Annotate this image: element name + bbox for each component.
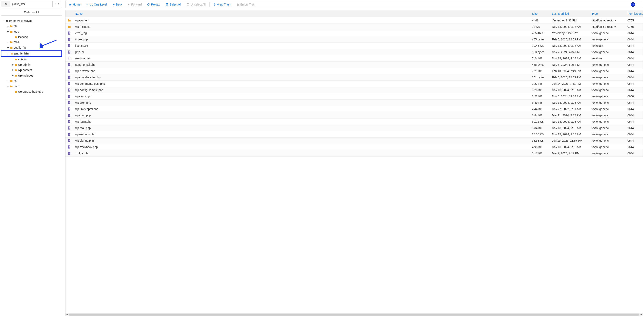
home-icon (69, 3, 72, 6)
tree-toggle-icon[interactable]: + (6, 40, 10, 45)
tree-toggle-icon[interactable]: + (11, 73, 14, 78)
svg-rect-40 (68, 116, 70, 116)
tree-item-wp-admin[interactable]: +wp-admin (1, 62, 62, 68)
cell-modified: Nov 8, 2024, 6:25 PM (550, 62, 590, 68)
table-row[interactable]: readme.html7.24 KBNov 13, 2024, 9:18 AMt… (66, 55, 643, 62)
table-row[interactable]: error_log495.46 KBYesterday, 11:42 PMtex… (66, 30, 643, 36)
table-row[interactable]: php.ini583 bytesNov 2, 2024, 4:34 PMtext… (66, 49, 643, 55)
toolbar-view-trash-button[interactable]: View Trash (211, 2, 233, 7)
toolbar-back-button[interactable]: Back (110, 2, 124, 7)
cell-permissions: 0755 (626, 18, 643, 23)
table-row[interactable]: wp-load.php3.84 KBMar 11, 2024, 3:35 PMt… (66, 112, 643, 118)
toolbar-reload-button[interactable]: Reload (145, 2, 162, 7)
file-icon (66, 81, 74, 87)
table-row[interactable]: xmlrpc.php3.17 KBMar 2, 2024, 7:19 PMtex… (66, 150, 643, 156)
col-size[interactable]: Size (530, 10, 550, 17)
cell-type: httpd/unix-directory (590, 24, 626, 30)
tree-item-ssl[interactable]: +ssl (1, 78, 62, 84)
tree-item-wp-content[interactable]: +wp-content (1, 68, 62, 73)
table-row[interactable]: wp-cron.php5.49 KBNov 13, 2024, 9:18 AMt… (66, 100, 643, 106)
go-button[interactable]: Go (52, 1, 62, 7)
cell-type: text/x-generic (590, 94, 626, 99)
cell-name: xmlrpc.php (74, 150, 530, 156)
cell-name: wp-includes (74, 24, 530, 30)
table-row[interactable]: wp-config-sample.php3.26 KBNov 13, 2024,… (66, 87, 643, 93)
col-modified[interactable]: Last Modified (550, 10, 590, 17)
home-icon-button[interactable] (1, 1, 10, 7)
cell-name: wp-activate.php (74, 68, 530, 74)
tree-item-wordpress-backups[interactable]: wordpress-backups (1, 89, 62, 94)
cell-permissions: 0644 (626, 36, 643, 42)
table-row[interactable]: wp-links-opml.php2.44 KBNov 27, 2022, 2:… (66, 106, 643, 112)
toolbar-label: Reload (151, 3, 160, 6)
file-icon (66, 112, 74, 118)
tree-item-etc[interactable]: +etc (1, 24, 62, 29)
tree-item-tmp[interactable]: +tmp (1, 84, 62, 89)
tree-item-cgi-bin[interactable]: cgi-bin (1, 57, 62, 62)
file-icon (66, 125, 74, 131)
path-input[interactable] (10, 1, 52, 7)
cell-modified: Nov 13, 2024, 9:18 AM (550, 24, 590, 30)
scroll-left-icon[interactable]: ◀ (66, 313, 69, 316)
svg-rect-31 (68, 97, 70, 97)
col-type[interactable]: Type (590, 10, 626, 17)
tree-item-public-ftp[interactable]: +public_ftp (1, 45, 62, 50)
table-row[interactable]: wp-mail.php8.34 KBNov 13, 2024, 9:18 AMt… (66, 125, 643, 131)
cell-name: wp-settings.php (74, 132, 530, 137)
table-row[interactable]: license.txt19.45 KBNov 13, 2024, 9:18 AM… (66, 43, 643, 49)
table-row[interactable]: wp-content4 KBYesterday, 8:33 PMhttpd/un… (66, 17, 643, 24)
tree-toggle-icon[interactable]: + (6, 30, 10, 34)
tree-item-public-html[interactable]: –public_html (1, 50, 62, 57)
scroll-right-icon[interactable]: ▶ (640, 313, 643, 316)
col-name[interactable]: Name (74, 10, 530, 17)
tree-toggle-icon[interactable]: + (11, 68, 14, 73)
tree-toggle-icon[interactable]: + (6, 84, 10, 89)
cell-name: wp-blog-header.php (74, 74, 530, 80)
col-permissions[interactable]: Permissions (626, 10, 643, 17)
toolbar-up-one-level-button[interactable]: Up One Level (84, 2, 109, 7)
table-row[interactable]: wp-trackback.php4.98 KBNov 13, 2024, 9:1… (66, 144, 643, 150)
horizontal-scrollbar[interactable]: ◀ ▶ (66, 313, 643, 316)
cell-modified: Jun 14, 2023, 7:41 PM (550, 81, 590, 86)
scroll-track[interactable] (69, 314, 639, 316)
tree-toggle-icon[interactable]: – (7, 52, 10, 56)
tree-toggle-icon[interactable]: – (2, 18, 5, 23)
tree-item-wp-includes[interactable]: +wp-includes (1, 73, 62, 78)
collapse-all-button[interactable]: Collapse All (1, 9, 62, 16)
notification-badge[interactable]: 3 (631, 2, 635, 7)
table-row[interactable]: index.php405 bytesFeb 6, 2020, 12:03 PMt… (66, 36, 643, 43)
toolbar-label: Select All (170, 3, 182, 6)
tree-toggle-icon[interactable]: + (6, 24, 10, 29)
tree-item-lscache[interactable]: lscache (1, 34, 62, 40)
table-row[interactable]: wp-signup.php33.58 KBJun 19, 2023, 11:57… (66, 138, 643, 144)
table-row[interactable]: wp-config.php3.22 KBNov 5, 2024, 11:33 A… (66, 93, 643, 100)
tree-toggle-icon[interactable]: + (6, 79, 10, 84)
cell-permissions: 0644 (626, 112, 643, 118)
tree-toggle-icon[interactable]: + (11, 62, 14, 67)
toolbar-home-button[interactable]: Home (67, 2, 82, 7)
table-row[interactable]: wp-comments-post.php2.27 KBJun 14, 2023,… (66, 81, 643, 87)
table-row[interactable]: wp-settings.php28.35 KBNov 13, 2024, 9:1… (66, 131, 643, 138)
table-row[interactable]: wp-blog-header.php351 bytesFeb 6, 2020, … (66, 74, 643, 81)
svg-rect-22 (68, 78, 70, 78)
tree-item--home-blueways-[interactable]: –(/home/blueways) (1, 18, 62, 24)
folder-closed-icon (10, 85, 13, 88)
cell-type: text/html (590, 56, 626, 61)
cell-type: text/x-generic (590, 30, 626, 36)
folder-closed-icon (14, 63, 17, 66)
cell-permissions: 0600 (626, 94, 643, 99)
tree-item-logs[interactable]: +logs (1, 29, 62, 34)
table-row[interactable]: send_email.php468 bytesNov 8, 2024, 6:25… (66, 62, 643, 68)
table-row[interactable]: wp-includes12 KBNov 13, 2024, 9:18 AMhtt… (66, 24, 643, 30)
cell-permissions: 0644 (626, 119, 643, 124)
table-row[interactable]: wp-login.php50.16 KBNov 13, 2024, 9:18 A… (66, 118, 643, 125)
table-row[interactable]: wp-activate.php7.21 KBFeb 13, 2024, 7:49… (66, 68, 643, 74)
svg-rect-39 (68, 115, 70, 115)
tree-toggle-icon[interactable]: + (6, 45, 10, 50)
svg-rect-12 (68, 52, 70, 52)
toolbar-unselect-all-button: Unselect All (184, 2, 208, 7)
tree-item-mail[interactable]: +mail (1, 40, 62, 45)
cell-type: text/x-generic (590, 106, 626, 112)
toolbar-select-all-button[interactable]: Select All (164, 2, 184, 7)
file-icon (66, 74, 74, 80)
